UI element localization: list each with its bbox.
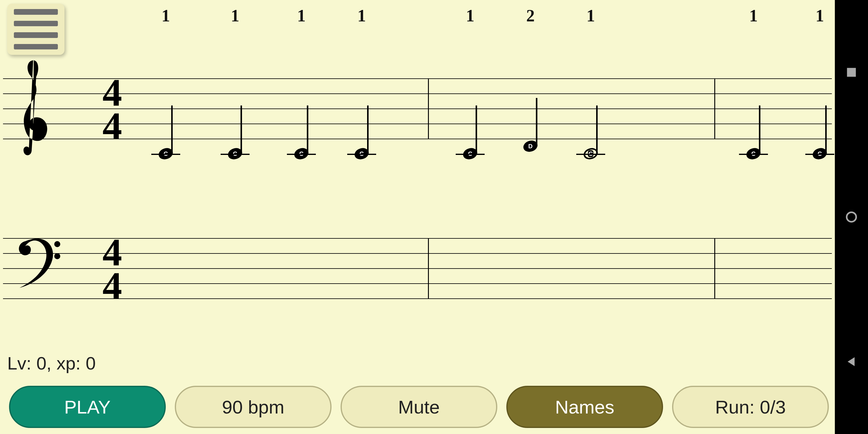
mute-button[interactable]: Mute — [341, 386, 497, 428]
fingering-number: 1 — [161, 6, 170, 25]
note-stem — [596, 105, 598, 154]
fingering-row: 111112111 — [0, 6, 835, 30]
ledger-line — [576, 154, 605, 155]
note-stem — [759, 105, 761, 154]
svg-point-0 — [54, 241, 60, 247]
timesig-bottom: 4 — [102, 269, 122, 303]
run-button[interactable]: Run: 0/3 — [672, 386, 829, 428]
score-area: 111112111 4 4 — [0, 0, 835, 332]
names-button[interactable]: Names — [506, 386, 663, 428]
barline — [714, 238, 715, 299]
circle-icon[interactable] — [845, 211, 858, 223]
fingering-number: 1 — [749, 6, 758, 25]
app-root: 111112111 4 4 — [0, 0, 868, 434]
svg-rect-2 — [847, 68, 856, 76]
ledger-line — [805, 154, 834, 155]
triangle-icon[interactable] — [845, 355, 858, 368]
fingering-number: 1 — [358, 6, 366, 25]
barline — [428, 238, 429, 299]
android-nav-bar — [835, 0, 868, 434]
ledger-line — [456, 154, 485, 155]
fingering-number: 1 — [466, 6, 474, 25]
barline — [714, 79, 715, 138]
play-button[interactable]: PLAY — [9, 386, 166, 428]
note-stem — [475, 105, 477, 154]
ledger-line — [347, 154, 376, 155]
timesig-bottom: 4 — [102, 110, 122, 143]
ledger-line — [287, 154, 316, 155]
time-signature: 4 4 — [102, 76, 122, 143]
note-stem — [307, 105, 308, 154]
status-text: Lv: 0, xp: 0 — [7, 353, 96, 374]
note-stem — [241, 105, 242, 154]
time-signature-bass: 4 4 — [102, 236, 122, 302]
ledger-line — [739, 154, 768, 155]
treble-clef-icon — [15, 57, 51, 157]
bass-staff: 4 4 — [3, 238, 832, 299]
fingering-number: 2 — [526, 6, 535, 25]
fingering-number: 1 — [587, 6, 595, 25]
fingering-number: 1 — [297, 6, 306, 25]
ledger-line — [221, 154, 250, 155]
barline — [428, 79, 429, 138]
treble-staff: 4 4 — [3, 79, 832, 138]
note-stem — [367, 105, 369, 154]
square-icon[interactable] — [845, 66, 858, 79]
note-letter: D — [528, 143, 532, 150]
fingering-number: 1 — [231, 6, 239, 25]
svg-point-1 — [54, 253, 60, 259]
svg-point-3 — [846, 212, 856, 222]
button-row: PLAY 90 bpm Mute Names Run: 0/3 — [9, 386, 829, 428]
note-stem — [536, 98, 537, 146]
ledger-line — [151, 154, 180, 155]
bass-clef-icon — [15, 235, 60, 289]
note-stem — [171, 105, 173, 154]
note-stem — [825, 105, 827, 154]
fingering-number: 1 — [815, 6, 824, 25]
bpm-button[interactable]: 90 bpm — [175, 386, 332, 428]
